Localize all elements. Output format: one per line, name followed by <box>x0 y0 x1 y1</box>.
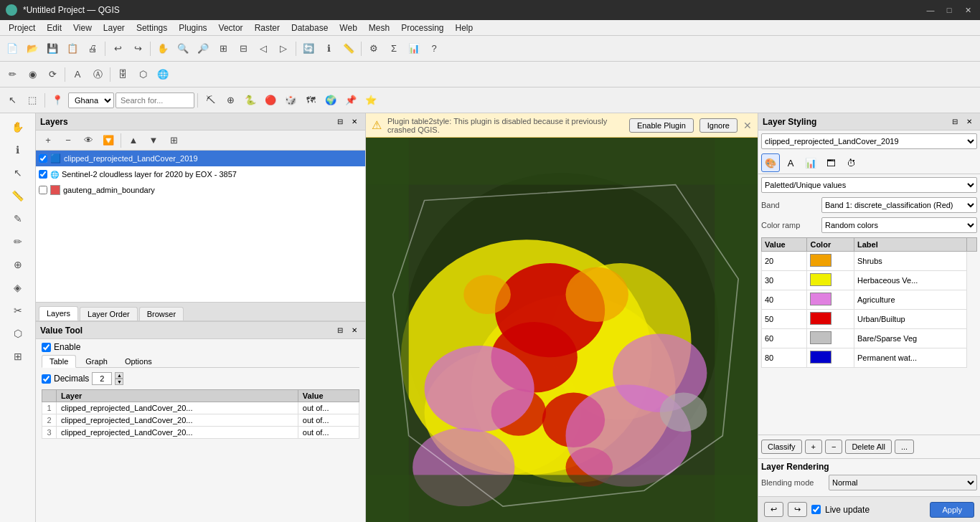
menu-item-edit[interactable]: Edit <box>41 22 67 34</box>
db-btn[interactable]: 🗄 <box>113 65 132 84</box>
undo-btn[interactable]: ↩ <box>108 39 127 58</box>
style-3d-btn[interactable]: 🗔 <box>821 153 840 172</box>
reshape-tool[interactable]: ⬡ <box>7 323 29 344</box>
vt-tab-graph[interactable]: Graph <box>77 355 116 367</box>
pan-btn[interactable]: ✋ <box>154 39 172 58</box>
tool2-btn[interactable]: ⊕ <box>221 91 240 110</box>
class-color[interactable] <box>807 329 854 348</box>
select2-btn[interactable]: ⬚ <box>23 91 42 110</box>
vt-tab-table[interactable]: Table <box>42 355 76 368</box>
style-history-btn[interactable]: ⏱ <box>842 153 860 172</box>
tab-layer-order[interactable]: Layer Order <box>80 307 138 321</box>
add-layer-btn[interactable]: + <box>39 131 57 150</box>
zoom-in-btn[interactable]: 🔍 <box>174 39 192 58</box>
more-btn[interactable]: ... <box>895 440 914 454</box>
layer-item-2[interactable]: 🌐 Sentinel-2 cloudless layer for 2020 by… <box>36 166 365 182</box>
decimals-up[interactable]: ▲ <box>115 372 123 379</box>
classification-row[interactable]: 30 Herbaceous Ve... <box>762 271 977 290</box>
rotate-btn[interactable]: ⟳ <box>43 65 62 84</box>
value-tool-expand-btn[interactable]: ⊟ <box>334 324 347 337</box>
tool6-btn[interactable]: 🗺 <box>301 91 320 110</box>
tab-browser[interactable]: Browser <box>139 307 184 321</box>
globe-btn[interactable]: 🌐 <box>154 65 172 84</box>
label-btn[interactable]: A <box>68 65 87 84</box>
zoom-prev-btn[interactable]: ◁ <box>254 39 273 58</box>
label2-btn[interactable]: Ⓐ <box>88 65 107 84</box>
menu-item-help[interactable]: Help <box>450 22 479 34</box>
enable-plugin-btn[interactable]: Enable Plugin <box>629 118 694 133</box>
class-color[interactable] <box>807 290 854 310</box>
minimize-button[interactable]: — <box>924 4 937 16</box>
menu-item-vector[interactable]: Vector <box>213 22 249 34</box>
tool9-btn[interactable]: ⭐ <box>362 91 380 110</box>
redo-btn[interactable]: ↪ <box>128 39 147 58</box>
zoom-full-btn[interactable]: ⊞ <box>214 39 232 58</box>
measure-tool[interactable]: 📏 <box>7 185 29 207</box>
classification-row[interactable]: 40 Agriculture <box>762 290 977 310</box>
layer-2-checkbox[interactable] <box>39 170 47 179</box>
open-btn[interactable]: 📂 <box>23 39 42 58</box>
vt-tab-options[interactable]: Options <box>117 355 160 367</box>
tab-layers[interactable]: Layers <box>39 306 78 321</box>
ignore-plugin-btn[interactable]: Ignore <box>699 118 738 133</box>
location-btn[interactable]: 📍 <box>48 91 67 110</box>
classification-row[interactable]: 50 Urban/Builtup <box>762 310 977 329</box>
stats-btn[interactable]: 📊 <box>405 39 423 58</box>
close-button[interactable]: ✕ <box>961 4 974 16</box>
save-as-btn[interactable]: 📋 <box>63 39 82 58</box>
style-paint-btn[interactable]: 🎨 <box>761 153 780 172</box>
identify-tool[interactable]: ℹ <box>7 139 29 161</box>
undo-style-btn[interactable]: ↩ <box>764 502 783 517</box>
print-btn[interactable]: 🖨 <box>83 39 102 58</box>
styling-close-btn[interactable]: ✕ <box>963 115 976 128</box>
settings-btn[interactable]: ⚙ <box>364 39 383 58</box>
tool5-btn[interactable]: 🎲 <box>281 91 300 110</box>
move-up-btn[interactable]: ▲ <box>124 131 143 150</box>
layers-expand-btn[interactable]: ⊟ <box>334 115 347 128</box>
class-color[interactable] <box>807 310 854 329</box>
save-btn[interactable]: 💾 <box>43 39 62 58</box>
style-label-btn[interactable]: A <box>781 153 800 172</box>
blending-select[interactable]: Normal <box>829 475 977 490</box>
delete-all-btn[interactable]: Delete All <box>845 440 891 454</box>
georef-tool[interactable]: ⊞ <box>7 346 29 367</box>
value-tool-close-btn[interactable]: ✕ <box>348 324 361 337</box>
class-color[interactable] <box>807 271 854 290</box>
classification-row[interactable]: 80 Permanent wat... <box>762 348 977 368</box>
menu-item-project[interactable]: Project <box>3 22 41 34</box>
identify-btn[interactable]: ℹ <box>319 39 338 58</box>
classification-row[interactable]: 60 Bare/Sparse Veg <box>762 329 977 348</box>
styling-expand-btn[interactable]: ⊟ <box>948 115 961 128</box>
apply-btn[interactable]: Apply <box>930 502 974 518</box>
new-layer-btn[interactable]: ⬡ <box>133 65 152 84</box>
menu-item-view[interactable]: View <box>67 22 98 34</box>
menu-item-layer[interactable]: Layer <box>98 22 131 34</box>
new-btn[interactable]: 📄 <box>3 39 22 58</box>
select-btn[interactable]: ↖ <box>3 91 22 110</box>
styling-layer-select[interactable]: clipped_reprojected_LandCover_2019 <box>761 133 977 149</box>
tool3-btn[interactable]: 🐍 <box>241 91 260 110</box>
layer-1-checkbox[interactable] <box>39 154 47 163</box>
country-combo[interactable]: Ghana <box>68 92 114 108</box>
feature-tool[interactable]: ⊕ <box>7 254 29 275</box>
remove-layer-btn[interactable]: − <box>59 131 77 150</box>
color-ramp-select[interactable]: Random colors <box>821 217 977 233</box>
calc-btn[interactable]: Σ <box>385 39 403 58</box>
class-color[interactable] <box>807 252 854 271</box>
plugin-close-btn[interactable]: ✕ <box>743 120 752 131</box>
refresh-btn[interactable]: 🔄 <box>299 39 318 58</box>
eye-btn[interactable]: 👁 <box>79 131 98 150</box>
decimals-down[interactable]: ▼ <box>115 379 123 385</box>
maximize-button[interactable]: □ <box>943 4 956 16</box>
tool7-btn[interactable]: 🌍 <box>321 91 340 110</box>
filter-btn[interactable]: 🔽 <box>99 131 118 150</box>
map-view[interactable] <box>366 138 758 522</box>
menu-item-web[interactable]: Web <box>334 22 362 34</box>
tool4-btn[interactable]: 🔴 <box>261 91 280 110</box>
decimals-checkbox[interactable] <box>42 374 51 384</box>
zoom-next-btn[interactable]: ▷ <box>274 39 293 58</box>
menu-item-processing[interactable]: Processing <box>395 22 449 34</box>
band-select[interactable]: Band 1: discrete_classification (Red) <box>821 197 977 213</box>
classify-btn[interactable]: Classify <box>761 440 802 454</box>
menu-item-plugins[interactable]: Plugins <box>173 22 212 34</box>
